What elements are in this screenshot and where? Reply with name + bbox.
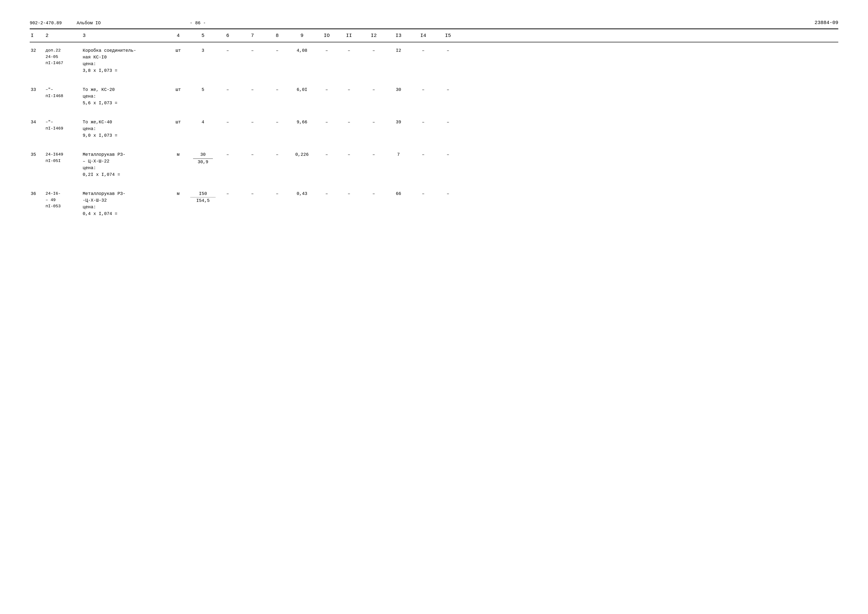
row-col7: – (238, 47, 267, 54)
row-ref: –"–пI-I469 (45, 119, 82, 132)
row-col14: – (411, 119, 436, 126)
row-qty: I50 I54,5 (188, 190, 218, 204)
col-header-14: I4 (411, 33, 436, 38)
row-col8: – (267, 190, 287, 197)
row-unit: шт (168, 47, 188, 54)
table-row: 34–"–пI-I469То же,КС-40цена:9,0 x I,073 … (30, 119, 838, 139)
col-header-9: 9 (287, 33, 317, 38)
row-col9: 0,226 (287, 151, 317, 158)
row-qty: 30 30,9 (188, 151, 218, 165)
col-header-8: 8 (267, 33, 287, 38)
row-col14: – (411, 47, 436, 54)
row-col13: 30 (386, 86, 411, 93)
row-col10: – (317, 151, 336, 158)
row-col12: – (361, 47, 386, 54)
row-col8: – (267, 151, 287, 158)
row-col10: – (317, 86, 336, 93)
row-unit: шт (168, 119, 188, 126)
col-header-7: 7 (238, 33, 267, 38)
row-ref: 24-I6-– 49пI-053 (45, 190, 82, 210)
row-col15: – (436, 86, 460, 93)
page-header: 902-2-470.89 Альбом IO - 86 - 23884-09 (30, 20, 838, 28)
col-header-5: 5 (188, 33, 218, 38)
row-col15: – (436, 119, 460, 126)
col-header-1: I (30, 33, 45, 38)
row-unit: шт (168, 86, 188, 93)
col-header-12: I2 (361, 33, 386, 38)
table-body: 32доп.2224-05пI-I467Коробка соединитель-… (30, 42, 838, 217)
row-qty: 3 (188, 47, 218, 54)
col-header-4: 4 (168, 33, 188, 38)
row-col6: – (218, 119, 238, 126)
row-col6: – (218, 190, 238, 197)
row-col10: – (317, 47, 336, 54)
row-col7: – (238, 119, 267, 126)
row-col8: – (267, 86, 287, 93)
row-unit: м (168, 190, 188, 197)
table-row: 3524-I649пI-05IМеталлорукав РЗ-– Ц-Х-Ш-2… (30, 151, 838, 178)
row-col11: – (336, 86, 361, 93)
row-col6: – (218, 86, 238, 93)
row-num: 32 (30, 47, 45, 54)
col-header-11: II (336, 33, 361, 38)
row-col15: – (436, 190, 460, 197)
row-col8: – (267, 119, 287, 126)
col-header-10: IO (317, 33, 336, 38)
row-num: 34 (30, 119, 45, 126)
row-col6: – (218, 151, 238, 158)
row-num: 35 (30, 151, 45, 158)
row-col13: 39 (386, 119, 411, 126)
row-col9: 4,08 (287, 47, 317, 54)
table-row: 32доп.2224-05пI-I467Коробка соединитель-… (30, 47, 838, 74)
column-headers: I 2 3 4 5 6 7 8 9 IO II I2 I3 I4 I5 (30, 29, 838, 42)
col-header-6: 6 (218, 33, 238, 38)
row-col12: – (361, 119, 386, 126)
row-col13: I2 (386, 47, 411, 54)
row-col12: – (361, 86, 386, 93)
row-qty: 4 (188, 119, 218, 126)
row-name: Металлорукав РЗ-– Ц-Х-Ш-22цена:0,2I x I,… (82, 151, 168, 178)
row-col11: – (336, 47, 361, 54)
row-col11: – (336, 119, 361, 126)
row-col12: – (361, 151, 386, 158)
col-header-15: I5 (436, 33, 460, 38)
row-num: 36 (30, 190, 45, 197)
row-name: Металлорукав РЗ--Ц-Х-Ш-32цена:0,4 x I,07… (82, 190, 168, 217)
album-label: Альбом IO (77, 20, 101, 25)
col-header-13: I3 (386, 33, 411, 38)
row-col15: – (436, 151, 460, 158)
col-header-2: 2 (45, 33, 82, 38)
table-row: 33–"–пI-I468То же, КС-20цена:5,6 x I,073… (30, 86, 838, 107)
row-col14: – (411, 86, 436, 93)
row-col13: 66 (386, 190, 411, 197)
row-num: 33 (30, 86, 45, 93)
table-row: 3624-I6-– 49пI-053Металлорукав РЗ--Ц-Х-Ш… (30, 190, 838, 217)
row-qty: 5 (188, 86, 218, 93)
row-name: То же, КС-20цена:5,6 x I,073 = (82, 86, 168, 107)
row-col6: – (218, 47, 238, 54)
row-col9: 6,0I (287, 86, 317, 93)
page-number: - 86 - (190, 20, 206, 25)
index-number: 23884-09 (815, 20, 838, 25)
row-col12: – (361, 190, 386, 197)
row-col11: – (336, 151, 361, 158)
row-ref: 24-I649пI-05I (45, 151, 82, 164)
row-col7: – (238, 86, 267, 93)
row-unit: м (168, 151, 188, 158)
row-ref: доп.2224-05пI-I467 (45, 47, 82, 66)
row-name: Коробка соединитель-ная КС-I0цена:3,8 x … (82, 47, 168, 74)
row-col7: – (238, 190, 267, 197)
row-col14: – (411, 151, 436, 158)
row-col9: 9,66 (287, 119, 317, 126)
col-header-3: 3 (82, 33, 168, 38)
row-col10: – (317, 190, 336, 197)
row-col11: – (336, 190, 361, 197)
row-col13: 7 (386, 151, 411, 158)
row-col7: – (238, 151, 267, 158)
doc-number: 902-2-470.89 (30, 20, 62, 25)
row-col9: 0,43 (287, 190, 317, 197)
row-col15: – (436, 47, 460, 54)
row-col10: – (317, 119, 336, 126)
row-ref: –"–пI-I468 (45, 86, 82, 99)
row-col8: – (267, 47, 287, 54)
